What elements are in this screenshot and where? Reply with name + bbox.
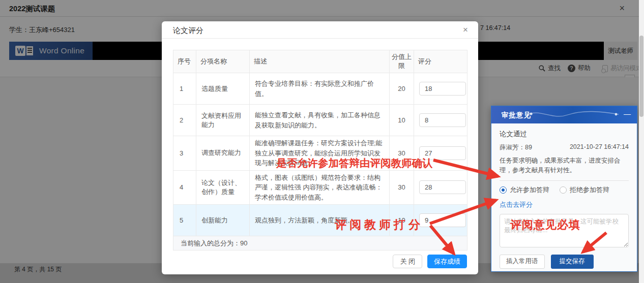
reviewer-row: 薛淑芳：89 2021-10-27 16:47:14	[500, 143, 629, 152]
col-score: 评分	[414, 50, 467, 73]
approval-panel-body: 论文通过 薛淑芳：89 2021-10-27 16:47:14 任务要求明确，成…	[491, 123, 637, 269]
total-row: 当前输入的总分为：90	[173, 236, 467, 250]
defense-radio-group: 允许参加答辩 拒绝参加答辩	[500, 185, 629, 195]
modal-footer: 关 闭 保存成绩	[393, 255, 467, 268]
row-desc: 格式，图表（或图纸）规范符合要求：结构严谨，逻辑性强 内容翔实，表达准确流畅：学…	[250, 170, 390, 205]
col-name: 分项名称	[196, 50, 250, 73]
radio-allow-label: 允许参加答辩	[510, 185, 549, 195]
radio-unselected-icon	[560, 186, 567, 194]
row-index: 1	[173, 73, 196, 105]
modal-title: 论文评分	[173, 26, 203, 36]
browser-scrollbar[interactable]	[639, 0, 644, 283]
row-index: 3	[173, 136, 196, 171]
review-timestamp: 2021-10-27 16:47:14	[570, 143, 629, 152]
row-name: 文献资料应用能力	[196, 105, 250, 136]
total-label: 当前输入的总分为：90	[173, 236, 467, 250]
save-score-button[interactable]: 保存成绩	[427, 255, 467, 268]
scrollbar-thumb[interactable]	[639, 36, 643, 117]
table-row: 1 选题质量 符合专业培养目标：有实际意义和推广价值。 20	[173, 73, 467, 105]
score-input[interactable]	[419, 180, 466, 194]
row-max: 10	[390, 105, 414, 136]
row-max: 30	[390, 170, 414, 205]
col-max: 分值上限	[390, 50, 414, 73]
go-score-link[interactable]: 点击去评分	[500, 200, 533, 209]
advisor-comment: 任务要求明确，成果形式丰富，进度安排合理，参考文献具有针对性。	[500, 156, 629, 176]
score-input[interactable]	[419, 146, 466, 160]
paper-score-modal: 论文评分 × 序号 分项名称 描述 分值上限 评分 1 选题质量 符合专业培养目…	[162, 21, 478, 274]
row-max: 20	[390, 73, 414, 105]
modal-close-icon[interactable]: ×	[463, 25, 468, 35]
approval-comment-textarea[interactable]	[500, 214, 629, 247]
row-desc: 能独立查看文献，具有收集，加工各种信息及获取新知识的能力。	[250, 105, 390, 136]
row-name: 调查研究能力	[196, 136, 250, 171]
row-desc: 符合专业培养目标：有实际意义和推广价值。	[250, 73, 390, 105]
minimize-icon[interactable]: —	[624, 110, 631, 118]
close-button[interactable]: 关 闭	[393, 255, 422, 268]
screen: 2022测试课题 × 学生：王东峰+654321 7 16:47:14 W Wo…	[0, 0, 644, 283]
score-input[interactable]	[419, 213, 466, 227]
col-desc: 描述	[250, 50, 390, 73]
score-input[interactable]	[419, 82, 466, 96]
col-index: 序号	[173, 50, 196, 73]
row-name: 创新能力	[196, 205, 250, 236]
radio-selected-icon	[500, 186, 507, 194]
table-row: 4 论文（设计、创作）质量 格式，图表（或图纸）规范符合要求：结构严谨，逻辑性强…	[173, 170, 467, 205]
row-desc: 能准确理解课题任务：研究方案设计合理;能独立从事调查研究，能综合运用所学知识发现…	[250, 136, 390, 171]
radio-reject-defense[interactable]: 拒绝参加答辩	[560, 185, 609, 195]
score-table: 序号 分项名称 描述 分值上限 评分 1 选题质量 符合专业培养目标：有实际意义…	[173, 50, 467, 250]
row-index: 2	[173, 105, 196, 136]
table-row: 2 文献资料应用能力 能独立查看文献，具有收集，加工各种信息及获取新知识的能力。…	[173, 105, 467, 136]
row-index: 4	[173, 170, 196, 205]
radio-reject-label: 拒绝参加答辩	[570, 185, 609, 195]
insert-phrase-button[interactable]: 插入常用语	[500, 255, 545, 269]
reviewer-score: 薛淑芳：89	[500, 143, 532, 152]
divider	[500, 180, 629, 181]
row-index: 5	[173, 205, 196, 236]
approval-panel-header: 审批意见 —	[491, 106, 637, 123]
row-name: 论文（设计、创作）质量	[196, 170, 250, 205]
table-row: 3 调查研究能力 能准确理解课题任务：研究方案设计合理;能独立从事调查研究，能综…	[173, 136, 467, 171]
table-header-row: 序号 分项名称 描述 分值上限 评分	[173, 50, 467, 73]
table-row-highlighted: 5 创新能力 观点独到，方法新颖，角度新颖。 10	[173, 205, 467, 236]
row-max: 30	[390, 136, 414, 171]
radio-allow-defense[interactable]: 允许参加答辩	[500, 185, 549, 195]
modal-header: 论文评分 ×	[162, 21, 478, 39]
approval-panel: 审批意见 — 论文通过 薛淑芳：89 2021-10-27 16:47:14 任…	[491, 106, 637, 272]
panel-buttons: 插入常用语 提交保存	[500, 255, 629, 269]
row-max: 10	[390, 205, 414, 236]
paper-status: 论文通过	[500, 130, 629, 139]
submit-save-button[interactable]: 提交保存	[551, 255, 594, 269]
row-name: 选题质量	[196, 73, 250, 105]
score-input[interactable]	[419, 113, 466, 127]
approval-panel-title: 审批意见	[502, 111, 531, 120]
row-desc: 观点独到，方法新颖，角度新颖。	[250, 205, 390, 236]
